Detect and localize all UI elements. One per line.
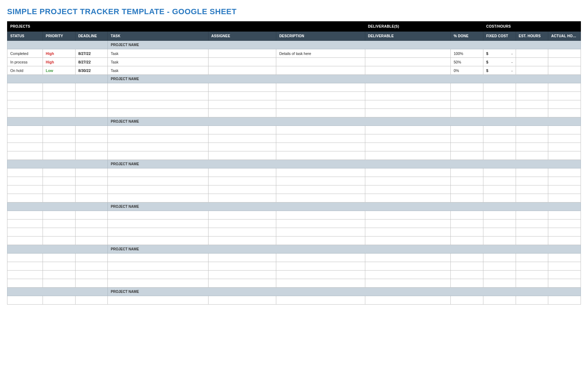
cell-task[interactable] bbox=[108, 137, 208, 140]
cell-actual-hours[interactable] bbox=[548, 171, 581, 174]
cell-deadline[interactable] bbox=[76, 179, 108, 183]
cell-task[interactable] bbox=[108, 103, 208, 106]
cell-status[interactable] bbox=[7, 256, 43, 260]
cell-assignee[interactable] bbox=[209, 230, 276, 234]
cell-deadline[interactable] bbox=[76, 222, 108, 226]
cell-description[interactable] bbox=[276, 154, 365, 157]
cell-actual-hours[interactable] bbox=[548, 222, 581, 226]
cell-deliverable[interactable] bbox=[365, 94, 451, 98]
cell-deliverable[interactable] bbox=[365, 103, 451, 106]
cell-priority[interactable] bbox=[43, 282, 75, 285]
cell-description[interactable] bbox=[276, 256, 365, 260]
cell-priority[interactable] bbox=[43, 230, 75, 234]
cell-assignee[interactable] bbox=[209, 145, 276, 149]
cell-deliverable[interactable] bbox=[365, 128, 451, 132]
project-name-label[interactable]: PROJECT NAME bbox=[108, 75, 581, 83]
cell-description[interactable] bbox=[276, 282, 365, 285]
cell-description[interactable] bbox=[276, 265, 365, 268]
cell-priority[interactable]: High bbox=[43, 58, 75, 66]
cell-task[interactable] bbox=[108, 145, 208, 149]
project-name-label[interactable]: PROJECT NAME bbox=[108, 118, 581, 125]
cell-task[interactable] bbox=[108, 196, 208, 200]
cell-task[interactable] bbox=[108, 94, 208, 98]
cell-task[interactable] bbox=[108, 179, 208, 183]
cell-fixed-cost[interactable] bbox=[483, 86, 516, 89]
cell-percent-done[interactable] bbox=[451, 265, 483, 268]
cell-priority[interactable] bbox=[43, 111, 75, 115]
cell-actual-hours[interactable] bbox=[548, 111, 581, 115]
cell-actual-hours[interactable] bbox=[548, 256, 581, 260]
cell-status[interactable] bbox=[7, 145, 43, 149]
cell-fixed-cost[interactable] bbox=[483, 154, 516, 157]
cell-status[interactable]: Completed bbox=[7, 50, 43, 57]
cell-task[interactable] bbox=[108, 273, 208, 277]
cell-priority[interactable] bbox=[43, 239, 75, 243]
cell-task[interactable] bbox=[108, 86, 208, 89]
cell-actual-hours[interactable] bbox=[548, 273, 581, 277]
cell-est-hours[interactable] bbox=[516, 239, 548, 243]
cell-percent-done[interactable] bbox=[451, 239, 483, 243]
cell-task[interactable] bbox=[108, 213, 208, 217]
cell-deliverable[interactable] bbox=[365, 196, 451, 200]
cell-deliverable[interactable] bbox=[365, 52, 451, 55]
cell-priority[interactable] bbox=[43, 179, 75, 183]
cell-deadline[interactable]: 8/27/22 bbox=[76, 58, 108, 66]
cell-est-hours[interactable] bbox=[516, 222, 548, 226]
cell-percent-done[interactable] bbox=[451, 213, 483, 217]
cell-fixed-cost[interactable]: $- bbox=[483, 58, 516, 66]
cell-percent-done[interactable] bbox=[451, 299, 483, 302]
cell-percent-done[interactable] bbox=[451, 222, 483, 226]
cell-deliverable[interactable] bbox=[365, 69, 451, 72]
cell-deadline[interactable] bbox=[76, 265, 108, 268]
cell-deliverable[interactable] bbox=[365, 230, 451, 234]
cell-deadline[interactable] bbox=[76, 111, 108, 115]
cell-description[interactable] bbox=[276, 273, 365, 277]
cell-description[interactable] bbox=[276, 86, 365, 89]
cell-est-hours[interactable] bbox=[516, 103, 548, 106]
cell-deliverable[interactable] bbox=[365, 256, 451, 260]
cell-deadline[interactable] bbox=[76, 299, 108, 302]
cell-priority[interactable] bbox=[43, 265, 75, 268]
cell-status[interactable] bbox=[7, 213, 43, 217]
cell-deliverable[interactable] bbox=[365, 213, 451, 217]
cell-est-hours[interactable] bbox=[516, 265, 548, 268]
cell-actual-hours[interactable] bbox=[548, 282, 581, 285]
cell-priority[interactable] bbox=[43, 222, 75, 226]
cell-percent-done[interactable] bbox=[451, 179, 483, 183]
cell-task[interactable]: Task bbox=[108, 58, 208, 66]
cell-deadline[interactable] bbox=[76, 86, 108, 89]
cell-percent-done[interactable] bbox=[451, 256, 483, 260]
cell-est-hours[interactable] bbox=[516, 171, 548, 174]
cell-assignee[interactable] bbox=[209, 256, 276, 260]
cell-percent-done[interactable]: 0% bbox=[451, 67, 483, 74]
cell-assignee[interactable] bbox=[209, 69, 276, 72]
cell-fixed-cost[interactable]: $- bbox=[483, 67, 516, 74]
cell-assignee[interactable] bbox=[209, 196, 276, 200]
project-name-label[interactable]: PROJECT NAME bbox=[108, 160, 581, 168]
cell-description[interactable] bbox=[276, 60, 365, 64]
cell-status[interactable] bbox=[7, 188, 43, 191]
cell-actual-hours[interactable] bbox=[548, 52, 581, 55]
cell-deadline[interactable]: 8/27/22 bbox=[76, 50, 108, 57]
cell-status[interactable] bbox=[7, 171, 43, 174]
cell-fixed-cost[interactable] bbox=[483, 103, 516, 106]
cell-deadline[interactable] bbox=[76, 137, 108, 140]
cell-task[interactable] bbox=[108, 154, 208, 157]
cell-deliverable[interactable] bbox=[365, 273, 451, 277]
cell-status[interactable] bbox=[7, 230, 43, 234]
cell-actual-hours[interactable] bbox=[548, 60, 581, 64]
cell-assignee[interactable] bbox=[209, 222, 276, 226]
cell-description[interactable] bbox=[276, 171, 365, 174]
cell-est-hours[interactable] bbox=[516, 52, 548, 55]
cell-priority[interactable] bbox=[43, 188, 75, 191]
cell-task[interactable] bbox=[108, 239, 208, 243]
cell-priority[interactable] bbox=[43, 145, 75, 149]
cell-est-hours[interactable] bbox=[516, 196, 548, 200]
cell-status[interactable] bbox=[7, 111, 43, 115]
cell-assignee[interactable] bbox=[209, 265, 276, 268]
cell-est-hours[interactable] bbox=[516, 69, 548, 72]
cell-fixed-cost[interactable] bbox=[483, 265, 516, 268]
cell-priority[interactable] bbox=[43, 86, 75, 89]
cell-est-hours[interactable] bbox=[516, 111, 548, 115]
cell-assignee[interactable] bbox=[209, 171, 276, 174]
